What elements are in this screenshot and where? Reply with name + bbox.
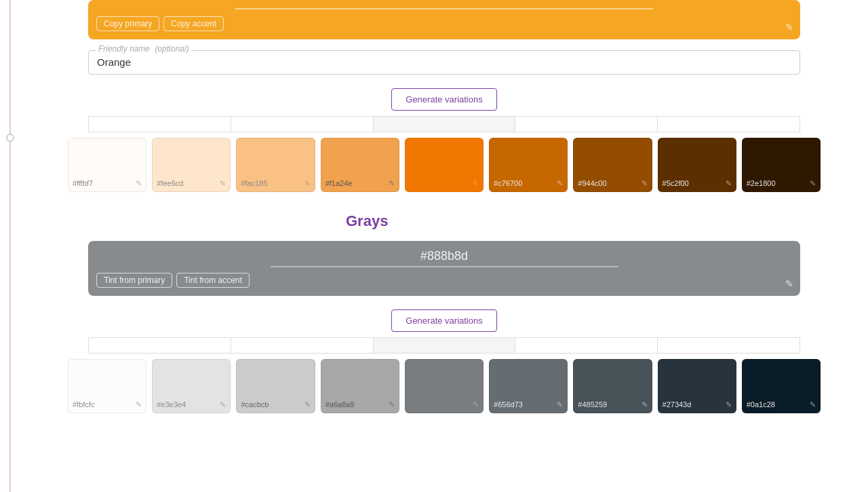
orange-eyedropper-button[interactable]: ✎ [785, 22, 793, 33]
sidebar-dot [6, 134, 14, 142]
swatch-eyedropper-icon[interactable]: ✎ [389, 179, 395, 188]
swatch-label: #27343d [663, 400, 692, 409]
gray-swatch-3[interactable]: #a6a8a9✎ [321, 359, 399, 413]
eyedropper-icon: ✎ [785, 22, 793, 33]
swatch-eyedropper-icon[interactable]: ✎ [136, 179, 142, 188]
swatch-label: #944c00 [578, 179, 606, 187]
swatch-eyedropper-icon[interactable]: ✎ [473, 400, 479, 409]
sidebar-line [9, 0, 11, 492]
friendly-name-section: Friendly name (optional) [88, 50, 800, 75]
swatch-label: #485259 [578, 400, 607, 409]
swatch-label: #e3e3e4 [157, 400, 186, 409]
swatch-eyedropper-icon[interactable]: ✎ [810, 179, 816, 188]
swatch-eyedropper-icon[interactable]: ✎ [557, 400, 563, 409]
gray-swatch-2[interactable]: #cacbcb✎ [236, 359, 315, 413]
generate-gray-variations-button[interactable]: Generate variations [391, 309, 496, 332]
orange-swatch-2[interactable]: #fac185✎ [236, 138, 315, 192]
variation-input-center[interactable] [373, 116, 515, 132]
swatch-eyedropper-icon[interactable]: ✎ [304, 179, 311, 188]
swatch-label: #fee6cd [157, 179, 183, 187]
gray-swatch-1[interactable]: #e3e3e4✎ [152, 359, 231, 413]
generate-gray-variations-section: Generate variations [34, 309, 854, 332]
gray-swatch-7[interactable]: #27343d✎ [658, 359, 736, 413]
gray-eyedropper-icon: ✎ [785, 278, 793, 289]
tint-primary-button[interactable]: Tint from primary [96, 273, 172, 288]
orange-swatch-5[interactable]: #c76700✎ [489, 138, 568, 192]
orange-color-picker-card: Copy primary Copy accent ✎ [88, 0, 800, 39]
variation-input-5[interactable] [657, 116, 800, 132]
gray-variation-input-1[interactable] [88, 337, 231, 354]
generate-variations-section: Generate variations [34, 88, 854, 111]
swatch-label: #2e1800 [747, 179, 776, 187]
swatch-eyedropper-icon[interactable]: ✎ [304, 400, 311, 409]
variations-inputs-row [88, 116, 800, 132]
swatch-label: #fffbf7 [73, 179, 93, 187]
orange-swatch-7[interactable]: #5c2f00✎ [658, 138, 736, 192]
copy-accent-button[interactable]: Copy accent [163, 16, 224, 31]
orange-swatches-row: #fffbf7✎#fee6cd✎#fac185✎#f1a24e✎✎#c76700… [68, 138, 821, 192]
swatch-label: #cacbcb [241, 400, 269, 409]
swatch-label: #c76700 [494, 179, 522, 187]
main-content: Copy primary Copy accent ✎ Friendly name… [20, 0, 868, 492]
swatch-eyedropper-icon[interactable]: ✎ [726, 400, 732, 409]
gray-variation-input-5[interactable] [657, 337, 800, 354]
orange-swatch-1[interactable]: #fee6cd✎ [152, 138, 231, 192]
tint-buttons-group: Tint from primary Tint from accent [96, 273, 792, 288]
orange-swatch-6[interactable]: #944c00✎ [573, 138, 652, 192]
swatch-eyedropper-icon[interactable]: ✎ [220, 179, 226, 188]
orange-swatch-3[interactable]: #f1a24e✎ [321, 138, 399, 192]
gray-color-picker-card: #888b8d Tint from primary Tint from acce… [88, 241, 800, 296]
variation-input-2[interactable] [231, 116, 373, 132]
variation-input-1[interactable] [88, 116, 231, 132]
swatch-eyedropper-icon[interactable]: ✎ [473, 179, 479, 188]
friendly-name-field: Friendly name (optional) [88, 50, 800, 75]
swatch-eyedropper-icon[interactable]: ✎ [726, 179, 732, 188]
swatch-label: #fbfcfc [73, 400, 94, 409]
gray-swatch-8[interactable]: #0a1c28✎ [742, 359, 821, 413]
grays-section-title: Grays [346, 212, 854, 230]
swatch-eyedropper-icon[interactable]: ✎ [642, 179, 648, 188]
gray-variation-input-2[interactable] [231, 337, 373, 354]
swatch-eyedropper-icon[interactable]: ✎ [136, 400, 142, 409]
swatch-label: #f1a24e [326, 179, 353, 187]
generate-variations-button[interactable]: Generate variations [391, 88, 496, 111]
swatch-eyedropper-icon[interactable]: ✎ [810, 400, 816, 409]
gray-hex-display: #888b8d [271, 249, 618, 267]
gray-swatch-0[interactable]: #fbfcfc✎ [68, 359, 146, 413]
friendly-name-label: Friendly name (optional) [96, 44, 191, 54]
friendly-name-input[interactable] [97, 56, 791, 68]
gray-swatch-6[interactable]: #485259✎ [573, 359, 652, 413]
copy-primary-button[interactable]: Copy primary [96, 16, 159, 31]
swatch-eyedropper-icon[interactable]: ✎ [389, 400, 395, 409]
tint-accent-button[interactable]: Tint from accent [176, 273, 250, 288]
swatch-label: #fac185 [241, 179, 267, 187]
swatch-label: #a6a8a9 [326, 400, 355, 409]
swatch-label: #656d73 [494, 400, 523, 409]
orange-swatch-0[interactable]: #fffbf7✎ [68, 138, 146, 192]
copy-buttons-group: Copy primary Copy accent [96, 16, 792, 31]
gray-swatch-5[interactable]: #656d73✎ [489, 359, 568, 413]
swatch-label: #5c2f00 [663, 179, 689, 187]
gray-variations-inputs-row [88, 337, 800, 354]
gray-swatches-row: #fbfcfc✎#e3e3e4✎#cacbcb✎#a6a8a9✎✎#656d73… [68, 359, 821, 413]
variation-input-4[interactable] [515, 116, 657, 132]
gray-swatch-4[interactable]: ✎ [405, 359, 484, 413]
swatch-eyedropper-icon[interactable]: ✎ [220, 400, 226, 409]
left-sidebar [0, 0, 20, 492]
swatch-eyedropper-icon[interactable]: ✎ [557, 179, 563, 188]
orange-swatch-4[interactable]: ✎ [405, 138, 484, 192]
orange-swatch-8[interactable]: #2e1800✎ [742, 138, 821, 192]
swatch-eyedropper-icon[interactable]: ✎ [642, 400, 648, 409]
swatch-label: #0a1c28 [747, 400, 775, 409]
gray-eyedropper-button[interactable]: ✎ [785, 278, 793, 289]
gray-variation-input-center[interactable] [373, 337, 515, 354]
gray-variation-input-4[interactable] [515, 337, 657, 354]
